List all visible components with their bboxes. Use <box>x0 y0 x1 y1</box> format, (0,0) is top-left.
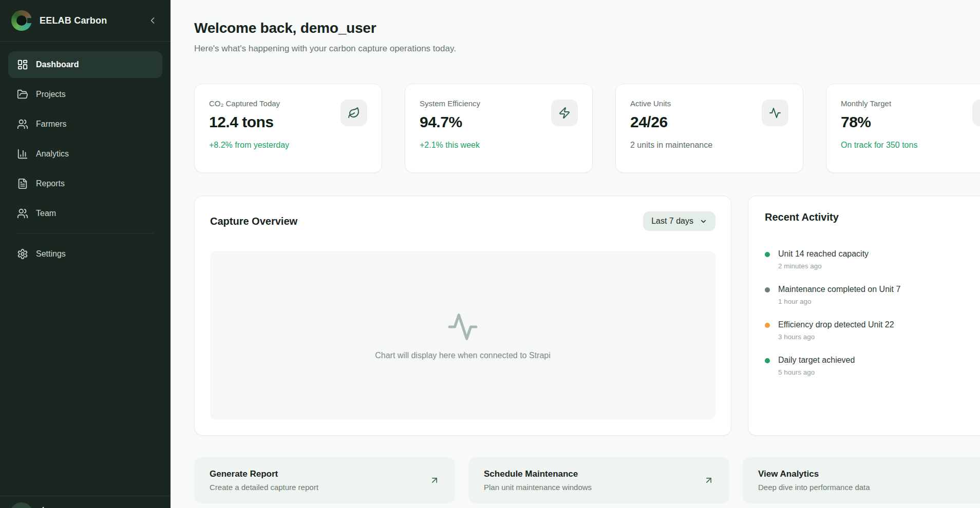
brand-logo-icon <box>11 10 32 31</box>
list-item: Efficiency drop detected Unit 22 3 hours… <box>765 320 980 341</box>
sidebar: EELAB Carbon Dashboard Projects Farmers <box>0 0 171 508</box>
sidebar-item-settings[interactable]: Settings <box>8 241 162 267</box>
sidebar-item-label: Team <box>36 209 56 218</box>
status-dot-orange <box>765 323 770 328</box>
users-icon <box>17 119 28 130</box>
sidebar-item-label: Reports <box>36 179 65 188</box>
sidebar-divider <box>16 233 154 233</box>
stat-delta: +2.1% this week <box>420 141 578 150</box>
sidebar-user-section[interactable]: demo_user <box>0 496 171 508</box>
arrow-up-right-icon <box>429 475 440 485</box>
middle-row: Capture Overview Last 7 days Chart will … <box>194 196 980 436</box>
main-content: Welcome back, demo_user Here's what's ha… <box>171 0 980 508</box>
sidebar-item-farmers[interactable]: Farmers <box>8 111 162 138</box>
stats-row: CO₂ Captured Today 12.4 tons +8.2% from … <box>194 84 980 173</box>
arrow-up-right-icon <box>978 475 980 485</box>
sidebar-item-label: Projects <box>36 90 66 99</box>
sidebar-collapse-button[interactable] <box>146 14 159 27</box>
activity-list: Unit 14 reached capacity 2 minutes ago M… <box>765 249 980 377</box>
stat-delta: 2 units in maintenance <box>630 141 788 150</box>
list-item: Daily target achieved 5 hours ago <box>765 355 980 377</box>
activity-icon <box>447 311 479 343</box>
activity-icon <box>762 100 788 126</box>
page-subtitle: Here's what's happening with your carbon… <box>194 43 980 54</box>
folder-open-icon <box>17 89 28 100</box>
chart-placeholder: Chart will display here when connected t… <box>210 251 715 420</box>
schedule-maintenance-button[interactable]: Schedule Maintenance Plan unit maintenan… <box>468 457 729 503</box>
stat-delta: +8.2% from yesterday <box>209 141 367 150</box>
sidebar-item-label: Settings <box>36 249 66 259</box>
page-title: Welcome back, demo_user <box>194 19 980 37</box>
activity-time: 5 hours ago <box>778 368 855 377</box>
status-dot-gray <box>765 287 770 292</box>
sidebar-header: EELAB Carbon <box>0 0 171 42</box>
status-dot-green <box>765 252 770 257</box>
sidebar-item-label: Dashboard <box>36 60 79 69</box>
sidebar-item-dashboard[interactable]: Dashboard <box>8 51 162 78</box>
sidebar-item-reports[interactable]: Reports <box>8 170 162 197</box>
activity-time: 2 minutes ago <box>778 262 869 270</box>
gear-icon <box>17 248 28 260</box>
stat-value: 78% <box>841 113 980 131</box>
stat-delta: On track for 350 tons <box>841 141 980 150</box>
brand-name: EELAB Carbon <box>40 15 146 26</box>
zap-icon <box>551 100 578 126</box>
user-name: demo_user <box>40 505 81 508</box>
activity-text: Maintenance completed on Unit 7 <box>778 284 900 295</box>
quick-actions-row: Generate Report Create a detailed captur… <box>194 457 980 503</box>
sidebar-item-team[interactable]: Team <box>8 200 162 227</box>
sidebar-item-projects[interactable]: Projects <box>8 81 162 108</box>
action-subtitle: Plan unit maintenance windows <box>484 483 592 492</box>
status-dot-green <box>765 358 770 363</box>
stat-label: Monthly Target <box>841 99 980 108</box>
capture-overview-panel: Capture Overview Last 7 days Chart will … <box>194 196 731 436</box>
date-range-select[interactable]: Last 7 days <box>643 211 715 231</box>
activity-time: 1 hour ago <box>778 297 900 306</box>
recent-activity-title: Recent Activity <box>765 211 980 223</box>
chevron-down-icon <box>700 218 707 225</box>
chevron-left-icon <box>147 15 158 26</box>
stat-card-co2-captured: CO₂ Captured Today 12.4 tons +8.2% from … <box>194 84 382 173</box>
sidebar-nav: Dashboard Projects Farmers Analytics Rep… <box>0 42 171 270</box>
generate-report-button[interactable]: Generate Report Create a detailed captur… <box>194 457 455 503</box>
arrow-up-right-icon <box>704 475 714 485</box>
recent-activity-panel: Recent Activity Unit 14 reached capacity… <box>748 196 980 436</box>
action-title: View Analytics <box>758 469 870 479</box>
layout-dashboard-icon <box>17 59 28 70</box>
sidebar-item-label: Farmers <box>36 120 67 129</box>
capture-overview-title: Capture Overview <box>210 216 297 227</box>
avatar <box>10 502 33 508</box>
stat-card-system-efficiency: System Efficiency 94.7% +2.1% this week <box>405 84 593 173</box>
list-item: Unit 14 reached capacity 2 minutes ago <box>765 249 980 270</box>
list-item: Maintenance completed on Unit 7 1 hour a… <box>765 284 980 306</box>
file-text-icon <box>17 178 28 189</box>
action-title: Schedule Maintenance <box>484 469 592 479</box>
activity-time: 3 hours ago <box>778 333 894 341</box>
activity-text: Efficiency drop detected Unit 22 <box>778 320 894 330</box>
sidebar-item-analytics[interactable]: Analytics <box>8 141 162 167</box>
view-analytics-button[interactable]: View Analytics Deep dive into performanc… <box>743 457 980 503</box>
stat-card-active-units: Active Units 24/26 2 units in maintenanc… <box>615 84 803 173</box>
activity-text: Daily target achieved <box>778 355 855 365</box>
sidebar-item-label: Analytics <box>36 149 69 159</box>
leaf-icon <box>341 100 367 126</box>
activity-text: Unit 14 reached capacity <box>778 249 869 259</box>
action-subtitle: Deep dive into performance data <box>758 483 870 492</box>
bar-chart-icon <box>17 148 28 160</box>
trending-up-icon <box>972 100 980 126</box>
action-title: Generate Report <box>210 469 318 479</box>
users-icon <box>17 208 28 219</box>
action-subtitle: Create a detailed capture report <box>210 483 318 492</box>
date-range-value: Last 7 days <box>651 217 693 226</box>
stat-card-monthly-target: Monthly Target 78% On track for 350 tons <box>826 84 980 173</box>
chart-placeholder-text: Chart will display here when connected t… <box>375 351 551 360</box>
